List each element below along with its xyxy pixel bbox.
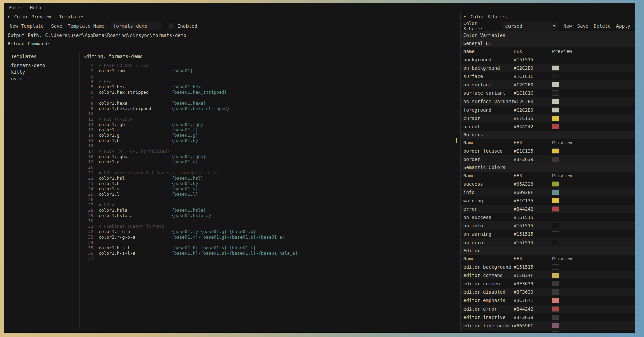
code-line-26[interactable]: 26 [80,197,457,202]
section-header-borders[interactable]: Borders [461,131,635,139]
code-line-35[interactable]: 35color1.h-s-l{base01.h}-{base01.s}-{bas… [80,245,457,250]
table-row-border[interactable]: border#3F3639 [461,155,635,163]
code-line-32[interactable]: 32color1.r-g-b{base01.r}-{base01.g}-{bas… [80,229,457,234]
tab-color-schemes[interactable]: Color Schemes [470,12,508,21]
code-line-37[interactable]: 37 [80,256,457,261]
code-line-22[interactable]: 22color1.hsl{base01.hsl} [80,175,457,181]
table-row-on-surface[interactable]: on_surface#C2C2B0 [461,80,635,89]
code-line-36[interactable]: 36color1.h-s-l-a{base01.h}-{base01.s}-{b… [80,250,457,256]
color-scheme-select[interactable]: cursed ▼ [502,22,558,30]
table-row-on-warning[interactable]: on_warning#151515 [461,230,635,238]
menu-item-help[interactable]: Help [30,5,41,10]
code-line-24[interactable]: 24color1.s{base01.s} [80,186,457,191]
table-row-editor-disabled[interactable]: editor_disabled#3F3639 [461,288,635,296]
color-variable-sections: General UINameHEXPreviewbackground#15151… [461,39,635,332]
code-line-1[interactable]: 1# BASE COLORS (raw) [80,63,457,68]
code-line-25[interactable]: 25color1.l{base01.l} [80,191,457,197]
reload-command-row: Reload Command: [4,39,460,48]
code-area[interactable]: 1# BASE COLORS (raw)2color1.raw{base01}3… [80,61,457,329]
enabled-checkbox[interactable]: ✓ [168,23,174,29]
code-line-34[interactable]: 34 [80,240,457,245]
code-line-23[interactable]: 23color1.h{base01.h} [80,181,457,186]
code-value: {base01.rgb} [172,122,203,127]
templates-window: ▼ Color PreviewTemplates New Template Sa… [4,12,461,332]
table-row-foreground[interactable]: foreground#C2C2B0 [461,106,635,114]
code-line-17[interactable]: 17# RGBA (A = 0-1 normalized) [80,148,457,154]
table-row-editor-line-number[interactable]: editor_line_number#86596C [461,321,635,330]
table-row-info[interactable]: info#60928F [461,188,635,196]
code-line-20[interactable]: 20 [80,164,457,170]
save-template-button[interactable]: Save [49,23,64,29]
collapse-arrow-icon[interactable]: ▼ [8,15,9,18]
template-item-nvim[interactable]: nvim [10,76,75,82]
code-line-8[interactable]: 8color1.hexa{base01.hexa} [80,100,457,106]
scheme-new-button[interactable]: New [561,23,574,29]
table-row-surface[interactable]: surface#1C1C1C [461,72,635,80]
scheme-apply-button[interactable]: Apply [614,23,632,29]
code-line-27[interactable]: 27# HSLA [80,202,457,207]
scheme-save-button[interactable]: Save [575,23,591,29]
code-line-18[interactable]: 18color1.rgba{base01.rgba} [80,154,457,159]
code-line-13[interactable]: 13color1.r{base01.r} [80,127,457,132]
code-line-3[interactable]: 3 [80,73,457,79]
scheme-delete-button[interactable]: Delete [592,23,613,29]
table-row-on-surface-varuant[interactable]: on_surface_varuant#C2C2B0 [461,97,635,106]
code-line-16[interactable]: 16 [80,143,457,148]
table-row-background[interactable]: background#151515 [461,55,635,64]
table-row-editor-inactive[interactable]: editor_inactive#3F3639 [461,313,635,321]
column-header-name: Name [463,173,514,178]
tab-templates[interactable]: Templates [58,12,85,21]
template-item-formats-demo[interactable]: formats-demo [10,62,75,69]
table-row-on-info[interactable]: on_info#151515 [461,221,635,230]
code-line-7[interactable]: 7 [80,95,457,100]
code-line-30[interactable]: 30 [80,218,457,223]
code-line-28[interactable]: 28color1.hsla{base01.hsla} [80,207,457,213]
section-header-semantic-colors[interactable]: Semantic Colors [461,163,635,172]
table-row-editor-command[interactable]: editor_command#CEB34F [461,271,635,279]
table-row-editor-background[interactable]: editor_background#151515 [461,263,635,271]
line-number: 14 [80,133,93,138]
table-row-error[interactable]: error#B44242 [461,205,635,213]
code-line-11[interactable]: 11# RGB (0-255) [80,116,457,122]
var-hex: #C2C2B0 [514,82,552,87]
template-name-input[interactable] [111,22,161,30]
table-row-on-background[interactable]: on_background#C2C2B0 [461,64,635,72]
var-name: editor_line_number [463,323,514,328]
code-line-15[interactable]: 15color1.b{base01.b} [80,138,457,143]
tab-color-preview[interactable]: Color Preview [13,12,52,21]
table-row-border-focused[interactable]: border_focused#E1C135 [461,147,635,155]
var-preview [552,289,635,295]
section-header-general-ui[interactable]: General UI [461,39,635,47]
table-row-accent[interactable]: accent#B44242 [461,122,635,131]
table-row-success[interactable]: success#95A328 [461,180,635,188]
section-header-editor[interactable]: Editor [461,247,635,255]
code-line-9[interactable]: 9color1.hexa.stripped{base01.hexa_stripp… [80,106,457,111]
code-line-31[interactable]: 31# Combined custom formats [80,223,457,229]
code-line-2[interactable]: 2color1.raw{base01} [80,68,457,73]
color-variables-header[interactable]: Color Variables [461,31,635,39]
table-row-on-error[interactable]: on_error#151515 [461,238,635,247]
table-row-editor-error[interactable]: editor_error#B44242 [461,305,635,313]
code-line-19[interactable]: 19color1.a{base01.a} [80,159,457,164]
table-row-editor-link[interactable]: editor_link#60928F [461,330,635,332]
code-line-5[interactable]: 5color1.hex{base01.hex} [80,84,457,89]
collapse-arrow-icon[interactable]: ▼ [464,15,466,18]
color-swatch [552,190,559,195]
menu-item-file[interactable]: File [9,5,20,10]
code-line-6[interactable]: 6color1.hex.stripped{base01.hex_stripped… [80,89,457,95]
table-row-cursor[interactable]: cursor#E1C135 [461,114,635,122]
table-row-warning[interactable]: warning#E1C135 [461,196,635,205]
new-template-button[interactable]: New Template [8,23,46,29]
code-line-12[interactable]: 12color1.rgb{base01.rgb} [80,122,457,127]
table-row-on-success[interactable]: on_success#151515 [461,213,635,221]
table-row-editor-comment[interactable]: editor_comment#3F3639 [461,279,635,288]
code-line-21[interactable]: 21# HSL (normalized 0-1 for s,l, integer… [80,170,457,175]
table-row-editor-emphasis[interactable]: editor_emphasis#DC7671 [461,296,635,305]
template-item-kitty[interactable]: kitty [10,69,75,76]
code-line-10[interactable]: 10 [80,111,457,116]
code-line-29[interactable]: 29color1.hsla_a{base01.hsla_a} [80,213,457,218]
code-line-33[interactable]: 33color1.r-g-b-a{base01.r}-{base01.g}-{b… [80,234,457,240]
table-row-surface-variant[interactable]: surface_variant#1C1C1C [461,89,635,97]
code-line-14[interactable]: 14color1.g{base01.g} [80,132,457,138]
code-line-4[interactable]: 4# HEX [80,79,457,84]
